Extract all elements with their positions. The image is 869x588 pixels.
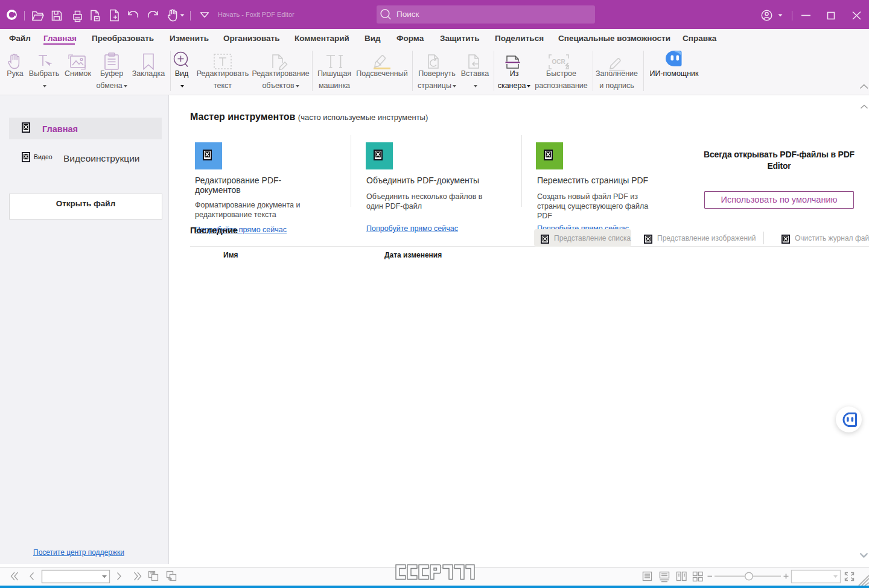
svg-text:OCR: OCR	[552, 58, 566, 65]
